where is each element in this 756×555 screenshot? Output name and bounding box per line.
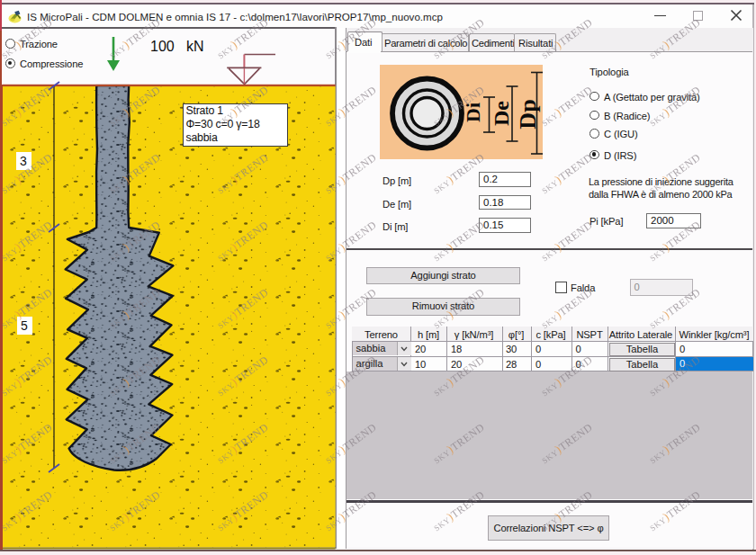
svg-text:De: De (490, 101, 513, 126)
svg-text:Dp: Dp (515, 99, 541, 129)
svg-text:Di: Di (462, 103, 484, 122)
